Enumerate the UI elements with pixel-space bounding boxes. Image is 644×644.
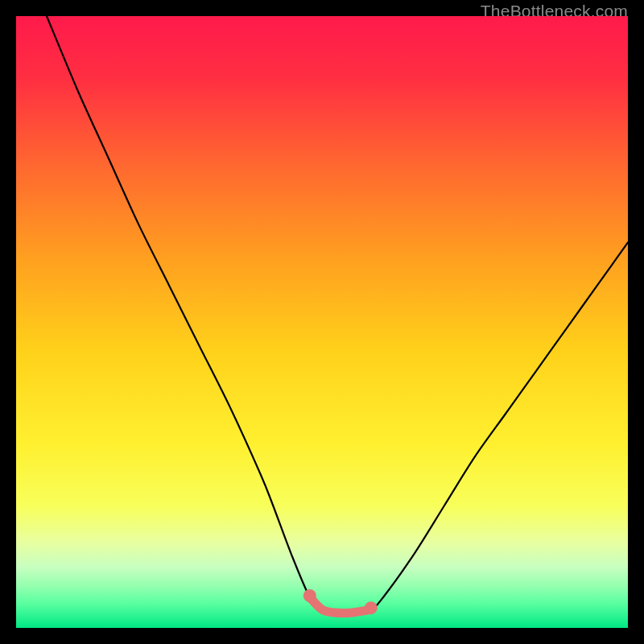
optimal-flat-endpoint-right xyxy=(365,601,378,614)
chart-plot-area xyxy=(16,16,628,628)
chart-svg xyxy=(16,16,628,628)
outer-frame: TheBottleneck.com xyxy=(0,0,644,644)
gradient-background xyxy=(16,16,628,628)
optimal-flat-endpoint-left xyxy=(303,589,316,602)
